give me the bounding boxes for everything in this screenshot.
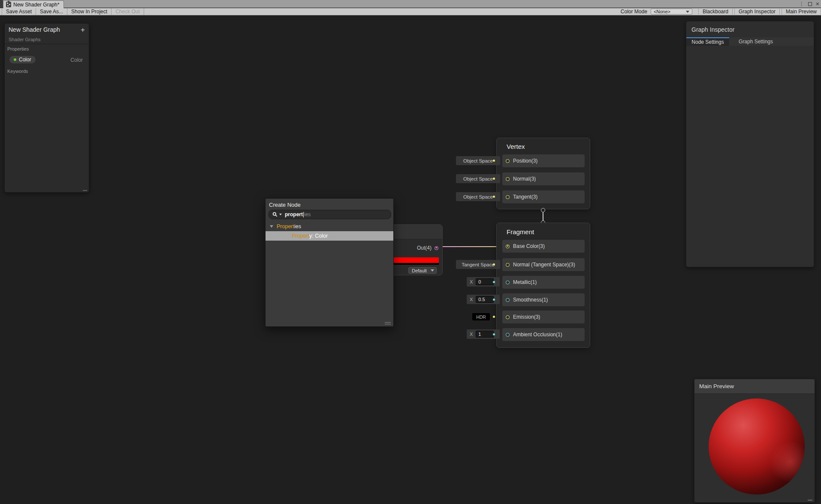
result-label: Property: Color (292, 233, 328, 239)
metallic-stub-dot (493, 281, 495, 283)
out-port[interactable] (435, 246, 438, 250)
slot-smoothness: Smoothness(1) (502, 293, 585, 306)
normal-ts-stub-dot (493, 263, 495, 266)
color-mode-label: Color Mode (617, 9, 651, 15)
smoothness-port[interactable] (506, 298, 510, 302)
smoothness-value-field[interactable]: 0.5 (476, 296, 494, 303)
fragment-node-title: Fragment (507, 228, 534, 235)
inspector-tabbar: Node Settings Graph Settings (686, 37, 814, 46)
emission-port[interactable] (506, 315, 510, 319)
property-color-result-item[interactable]: Property: Color (266, 231, 393, 241)
shader-graph-asset-icon (6, 2, 11, 7)
blackboard-title: New Shader Graph (9, 26, 60, 33)
text-cursor (303, 212, 304, 217)
position-stub-dot (493, 160, 495, 162)
search-filter-chevron-icon[interactable] (279, 214, 282, 215)
check-out-button: Check Out (112, 8, 144, 15)
color-mode-value: <None> (654, 9, 670, 14)
slot-metallic: Metallic(1) (502, 276, 585, 289)
color-mode-default-dropdown[interactable]: Default (408, 267, 437, 274)
create-node-dialog[interactable]: Create Node propert ies Properties Prope… (265, 198, 394, 327)
slot-normal-ts: Normal (Tangent Space)(3) (502, 258, 585, 271)
position-port[interactable] (506, 159, 510, 163)
save-asset-button[interactable]: Save Asset (2, 8, 36, 15)
ambient-occlusion-port[interactable] (506, 333, 510, 337)
tangent-stub-dot (493, 196, 495, 198)
metallic-port[interactable] (506, 281, 510, 284)
slot-normal: Normal(3) (502, 172, 585, 185)
search-text: propert ies (285, 211, 311, 217)
chevron-down-icon (686, 11, 689, 13)
divider (5, 44, 89, 44)
search-autocomplete-suggestion: ies (304, 211, 311, 217)
toolbar: Save Asset Save As... Show In Project Ch… (0, 8, 821, 15)
document-tab[interactable]: New Shader Graph* (3, 0, 64, 8)
window-edge (0, 0, 3, 8)
show-in-project-button[interactable]: Show In Project (67, 8, 112, 15)
property-color-pill[interactable]: Color (9, 55, 36, 64)
color-dropdown-value: Default (412, 268, 427, 273)
property-type-label: Color (70, 57, 83, 63)
collapse-triangle-icon (270, 225, 273, 228)
tab-graph-settings[interactable]: Graph Settings (729, 37, 782, 46)
maximize-icon[interactable] (808, 2, 812, 6)
tab-node-settings[interactable]: Node Settings (686, 37, 729, 46)
base-color-port[interactable] (506, 244, 510, 248)
main-preview-title: Main Preview (694, 383, 734, 389)
property-exposed-dot (14, 58, 16, 61)
window-controls: ⋮ × (799, 0, 819, 8)
slot-emission: Emission(3) (502, 311, 585, 323)
ao-stub-dot (493, 333, 495, 335)
emission-stub-dot (493, 316, 495, 318)
slot-base-color: Base Color(3) (502, 240, 585, 253)
graph-inspector-panel[interactable]: Graph Inspector Node Settings Graph Sett… (686, 21, 814, 267)
graph-inspector-toggle-button[interactable]: Graph Inspector (734, 9, 780, 15)
main-preview-header: Main Preview (694, 379, 815, 394)
edge-out-to-basecolor[interactable] (438, 246, 505, 247)
normal-ts-port[interactable] (506, 263, 510, 267)
group-label: Properties (277, 223, 301, 229)
dialog-resize-handle[interactable] (385, 322, 391, 324)
ao-value-field[interactable]: 1 (476, 331, 494, 338)
search-icon (272, 212, 278, 217)
toolbar-right-group: Color Mode <None> Blackboard Graph Inspe… (617, 8, 821, 15)
blackboard-subtitle: Shader Graphs (9, 37, 41, 42)
vertex-master-node[interactable]: Vertex Position(3) Normal(3) Tangent(3) (496, 138, 590, 209)
color-mode-dropdown[interactable]: <None> (651, 9, 692, 15)
preview-sphere[interactable] (709, 398, 805, 495)
main-preview-panel[interactable]: Main Preview (694, 379, 815, 503)
out-port-label: Out(4) (417, 245, 432, 251)
smoothness-stub-dot (493, 299, 495, 301)
properties-section-label: Properties (7, 46, 29, 51)
normal-port[interactable] (506, 177, 510, 181)
metallic-value-field[interactable]: 0 (476, 278, 494, 285)
vertex-node-title: Vertex (507, 143, 525, 150)
fragment-master-node[interactable]: Fragment Base Color(3) Normal (Tangent S… (496, 223, 590, 348)
save-as-button[interactable]: Save As... (36, 8, 67, 15)
window-menu-icon[interactable]: ⋮ (799, 1, 804, 6)
document-tab-title: New Shader Graph* (13, 2, 59, 8)
window-titlebar: New Shader Graph* ⋮ × (0, 0, 821, 8)
tangent-port[interactable] (506, 195, 510, 199)
emission-hdr-field[interactable]: HDR (472, 313, 490, 320)
node-search-input[interactable]: propert ies (269, 210, 391, 219)
blackboard-panel[interactable]: New Shader Graph + Shader Graphs Propert… (4, 23, 89, 193)
vertex-bottom-connector[interactable] (541, 208, 545, 212)
main-preview-toggle-button[interactable]: Main Preview (782, 9, 821, 15)
properties-group-header[interactable]: Properties (266, 223, 393, 230)
blackboard-resize-handle[interactable] (83, 190, 87, 191)
keywords-section-label: Keywords (7, 69, 28, 74)
slot-tangent: Tangent(3) (502, 190, 585, 203)
slot-position: Position(3) (502, 154, 585, 167)
blackboard-toggle-button[interactable]: Blackboard (698, 9, 733, 15)
preview-resize-handle[interactable] (808, 500, 812, 501)
chevron-down-icon (431, 269, 434, 272)
slot-ambient-occlusion: Ambient Occlusion(1) (502, 328, 585, 341)
create-node-title: Create Node (269, 202, 301, 208)
shader-graph-window: New Shader Graph* ⋮ × Save Asset Save As… (0, 0, 821, 504)
normal-stub-dot (493, 178, 495, 180)
add-property-button[interactable]: + (81, 26, 85, 33)
close-icon[interactable]: × (816, 1, 819, 7)
graph-inspector-title: Graph Inspector (691, 26, 734, 33)
